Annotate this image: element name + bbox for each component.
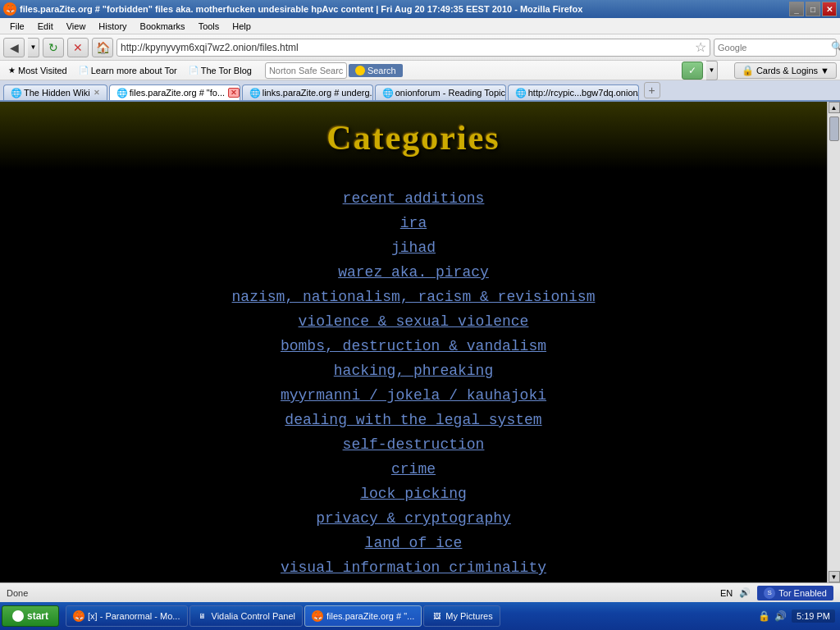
menu-bookmarks[interactable]: Bookmarks	[134, 20, 192, 33]
link-privacy[interactable]: privacy & cryptography	[0, 510, 827, 527]
refresh-button[interactable]: ↻	[43, 38, 64, 57]
back-button[interactable]: ◀	[3, 38, 25, 57]
language-indicator: EN	[720, 588, 733, 598]
address-bar[interactable]	[121, 42, 695, 53]
link-jihad[interactable]: jihad	[0, 240, 827, 256]
link-legal[interactable]: dealing with the legal system	[0, 412, 827, 428]
link-lock-picking[interactable]: lock picking	[0, 486, 827, 502]
minimize-button[interactable]: _	[789, 2, 804, 16]
menu-tools[interactable]: Tools	[192, 20, 226, 33]
link-recent-additions[interactable]: recent additions	[0, 190, 827, 207]
bookmarks-bar: ★ Most Visited 📄 Learn more about Tor 📄 …	[0, 61, 840, 80]
clock: 5:19 PM	[792, 609, 835, 623]
stop-button[interactable]: ✕	[67, 38, 89, 57]
link-crime[interactable]: crime	[0, 461, 827, 477]
taskbar-parazite[interactable]: 🦊 files.paraZite.org # "...	[304, 605, 422, 627]
tab-favicon: 🌐	[116, 88, 126, 98]
bookmark-learn-tor[interactable]: 📄 Learn more about Tor	[74, 64, 182, 77]
scroll-up-arrow[interactable]: ▲	[829, 102, 840, 113]
title-bar: 🦊 files.paraZite.org # "forbidden" files…	[0, 0, 840, 18]
maximize-button[interactable]: □	[806, 2, 820, 16]
taskbar-fox-icon: 🦊	[312, 610, 323, 622]
link-myyrmanni[interactable]: myyrmanni / jokela / kauhajoki	[0, 387, 827, 404]
check-button[interactable]: ✓	[682, 62, 703, 80]
link-ira[interactable]: ira	[0, 215, 827, 231]
link-bombs[interactable]: bombs, destruction & vandalism	[0, 338, 827, 354]
tor-label: Tor Enabled	[778, 588, 827, 598]
nav-bar: ◀ ▼ ↻ ✕ 🏠 ☆ 🔍	[0, 34, 840, 61]
back-dropdown[interactable]: ▼	[28, 38, 39, 57]
address-bar-container: ☆	[116, 39, 710, 57]
tab-links-parazite[interactable]: 🌐 links.paraZite.org # underg... ✕	[242, 84, 373, 100]
home-button[interactable]: 🏠	[92, 38, 113, 57]
cards-icon: 🔒	[742, 65, 754, 76]
check-dropdown[interactable]: ▼	[706, 61, 718, 80]
tor-icon: S	[764, 587, 775, 599]
start-button[interactable]: start	[2, 605, 59, 627]
tab-rcypic[interactable]: 🌐 http://rcypic...bgw7dq.onion/ ✕	[508, 84, 639, 100]
bookmark-tor-blog[interactable]: 📄 The Tor Blog	[184, 64, 257, 77]
taskbar-paranormal[interactable]: 🦊 [x] - Paranormal - Mo...	[66, 605, 187, 627]
menu-history[interactable]: History	[92, 20, 133, 33]
bookmark-star-icon[interactable]: ☆	[695, 39, 706, 55]
tab-onionforum[interactable]: 🌐 onionforum - Reading Topic... ✕	[375, 84, 506, 100]
tray-icon-1: 🔊	[739, 587, 751, 598]
bookmark-most-visited[interactable]: ★ Most Visited	[3, 64, 72, 77]
tray-network-icon: 🔒	[757, 609, 770, 623]
norton-search-input[interactable]	[269, 66, 343, 75]
tab-close-button[interactable]: ✕	[94, 89, 100, 97]
page-title: Categories	[0, 118, 827, 158]
bookmark-page-icon: 📄	[189, 66, 199, 75]
menu-edit[interactable]: Edit	[31, 20, 60, 33]
bookmark-star-icon: ★	[8, 66, 16, 75]
window-controls[interactable]: _ □ ✕	[789, 2, 837, 16]
cards-logins-button[interactable]: 🔒 Cards & Logins ▼	[734, 62, 837, 79]
taskbar-pictures[interactable]: 🖼 My Pictures	[423, 605, 500, 627]
tab-favicon: 🌐	[11, 88, 21, 98]
menu-bar: File Edit View History Bookmarks Tools H…	[0, 18, 840, 34]
taskbar-right: 🔒 🔊 5:19 PM	[757, 609, 838, 623]
page-header: Categories	[0, 102, 827, 170]
link-visual[interactable]: visual information criminality	[0, 559, 827, 576]
windows-logo-icon	[12, 610, 24, 622]
taskbar: start 🦊 [x] - Paranormal - Mo... 🖥 Vidal…	[0, 602, 840, 630]
link-land-of-ice[interactable]: land of ice	[0, 535, 827, 551]
status-right: EN 🔊 S Tor Enabled	[720, 586, 833, 600]
taskbar-vidalia-icon: 🖥	[197, 610, 208, 622]
new-tab-button[interactable]: +	[644, 82, 660, 98]
bookmark-label: Learn more about Tor	[91, 66, 177, 75]
menu-file[interactable]: File	[3, 20, 31, 33]
tab-favicon: 🌐	[249, 88, 259, 98]
close-button[interactable]: ✕	[822, 2, 837, 16]
taskbar-fox-icon: 🦊	[73, 610, 84, 622]
taskbar-pictures-icon: 🖼	[431, 610, 442, 622]
tab-close-button[interactable]: ✕	[228, 88, 240, 98]
tab-favicon: 🌐	[382, 88, 392, 98]
search-bar-container: 🔍	[714, 39, 837, 57]
search-input[interactable]	[718, 43, 831, 52]
scrollbar[interactable]: ▲ ▼	[827, 102, 840, 582]
norton-search-container	[265, 62, 347, 79]
tabs-bar: 🌐 The Hidden Wiki ✕ 🌐 files.paraZite.org…	[0, 80, 840, 102]
menu-help[interactable]: Help	[226, 20, 258, 33]
taskbar-vidalia[interactable]: 🖥 Vidalia Control Panel	[189, 605, 304, 627]
link-warez[interactable]: warez aka. piracy	[0, 264, 827, 281]
link-hacking[interactable]: hacking, phreaking	[0, 363, 827, 379]
search-go-icon[interactable]: 🔍	[831, 41, 840, 54]
bookmark-page-icon: 📄	[79, 66, 89, 75]
scroll-down-arrow[interactable]: ▼	[829, 571, 840, 582]
norton-search-button[interactable]: Search	[349, 64, 403, 77]
link-self-destruction[interactable]: self-destruction	[0, 436, 827, 453]
status-text: Done	[7, 588, 28, 598]
link-nazism[interactable]: nazism, nationalism, racism & revisionis…	[0, 289, 827, 305]
norton-logo-icon	[355, 66, 365, 75]
link-violence[interactable]: violence & sexual violence	[0, 313, 827, 330]
scroll-thumb[interactable]	[829, 116, 839, 141]
tab-hidden-wiki[interactable]: 🌐 The Hidden Wiki ✕	[3, 84, 107, 100]
tor-status-badge: S Tor Enabled	[757, 586, 833, 600]
status-bar: Done EN 🔊 S Tor Enabled	[0, 582, 840, 602]
tab-parazite[interactable]: 🌐 files.paraZite.org # "fo... ✕	[109, 84, 240, 100]
menu-view[interactable]: View	[60, 20, 93, 33]
app-icon: 🦊	[3, 2, 16, 16]
category-links-list: recent additions ira jihad warez aka. pi…	[0, 170, 827, 582]
